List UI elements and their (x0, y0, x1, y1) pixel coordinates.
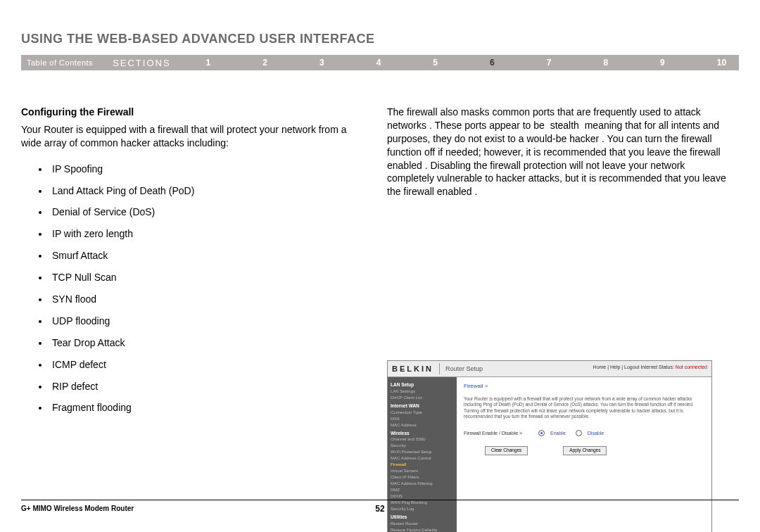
list-item: Tear Drop Attack (49, 336, 366, 350)
footer-product: G+ MIMO Wireless Modem Router (21, 505, 134, 512)
intro-paragraph: Your Router is equipped with a firewall … (21, 123, 366, 150)
page-footer: G+ MIMO Wireless Modem Router 52 (21, 500, 739, 512)
ss-side-item[interactable]: DNS (391, 416, 454, 422)
nav-section-6[interactable]: 6 (490, 58, 495, 68)
nav-section-4[interactable]: 4 (376, 58, 381, 68)
list-item: IP with zero length (49, 227, 366, 241)
nav-section-10[interactable]: 10 (717, 58, 726, 68)
ss-side-firewall[interactable]: Firewall (391, 462, 454, 468)
page-title: USING THE WEB-BASED ADVANCED USER INTERF… (21, 32, 739, 46)
list-item: Smurf Attack (49, 249, 366, 262)
list-item: UDP flooding (49, 315, 366, 328)
ss-side-item[interactable]: DHCP Client List (391, 395, 454, 401)
ss-status-text: Not connected (676, 365, 707, 369)
nav-sections-label: SECTIONS (113, 58, 170, 68)
ss-header-links: Home | Help | Logout Internet Status: No… (593, 364, 707, 370)
ss-side-item[interactable]: Restart Router (391, 521, 454, 527)
ss-radio-disable[interactable] (576, 430, 582, 436)
attack-list: IP Spoofing Land Attack Ping of Death (P… (21, 163, 366, 415)
ss-side-item[interactable]: Connection Type (391, 410, 454, 416)
right-column: The firewall also masks common ports tha… (387, 106, 732, 532)
ss-header: BELKIN Router Setup Home | Help | Logout… (388, 361, 711, 377)
nav-section-5[interactable]: 5 (433, 58, 438, 68)
section-nav-bar: Table of Contents SECTIONS 1 2 3 4 5 6 7… (21, 55, 739, 70)
list-item: ICMP defect (49, 358, 366, 372)
nav-section-2[interactable]: 2 (262, 58, 267, 68)
nav-section-9[interactable]: 9 (660, 58, 665, 68)
list-item: Denial of Service (DoS) (49, 205, 366, 219)
nav-section-8[interactable]: 8 (603, 58, 608, 68)
left-column: Configuring the Firewall Your Router is … (21, 106, 366, 532)
ss-side-item[interactable]: MAC Address Control (391, 455, 454, 462)
right-paragraph: The firewall also masks common ports tha… (387, 106, 732, 198)
list-item: RIP defect (49, 380, 366, 393)
ss-breadcrumb[interactable]: Firewall > (464, 383, 704, 391)
ss-side-item[interactable]: MAC Address Filtering (391, 481, 454, 487)
subheading: Configuring the Firewall (21, 106, 366, 119)
ss-subtitle: Router Setup (445, 365, 483, 373)
nav-toc-link[interactable]: Table of Contents (27, 58, 93, 67)
list-item: Land Attack Ping of Death (PoD) (49, 184, 366, 198)
ss-radio-enable[interactable] (538, 430, 545, 436)
nav-section-7[interactable]: 7 (547, 58, 552, 68)
ss-apply-button[interactable]: Apply Changes (563, 446, 607, 455)
ss-side-item[interactable]: Virtual Servers (391, 468, 454, 474)
list-item: Fragment flooding (49, 401, 366, 414)
ss-side-heading: Utilities (391, 514, 454, 521)
ss-row-label: Firewall Enable / Disable > (464, 430, 534, 436)
nav-section-3[interactable]: 3 (319, 58, 324, 68)
ss-description: Your Router is equipped with a firewall … (464, 396, 704, 420)
ss-side-item[interactable]: MAC Address (391, 422, 454, 429)
list-item: SYN flood (49, 293, 366, 306)
ss-side-item[interactable]: Restore Factory Defaults (391, 527, 454, 532)
ss-side-item[interactable]: LAN Settings (391, 388, 454, 395)
ss-side-heading: Wireless (391, 430, 454, 437)
list-item: IP Spoofing (49, 163, 366, 176)
ss-clear-button[interactable]: Clear Changes (485, 446, 528, 455)
ss-side-item[interactable]: Security (391, 443, 454, 449)
ss-side-item[interactable]: Channel and SSID (391, 436, 454, 443)
ss-brand-logo: BELKIN (392, 364, 433, 374)
footer-page-number: 52 (375, 504, 384, 514)
nav-section-1[interactable]: 1 (206, 58, 211, 68)
ss-side-heading: Internet WAN (391, 403, 454, 410)
list-item: TCP Null Scan (49, 271, 366, 284)
ss-firewall-toggle-row: Firewall Enable / Disable > Enable Disab… (464, 430, 704, 436)
ss-opt-disable[interactable]: Disable (588, 430, 604, 436)
ss-side-item[interactable]: DMZ (391, 487, 454, 493)
ss-side-heading: LAN Setup (391, 381, 454, 388)
ss-opt-enable[interactable]: Enable (550, 430, 566, 436)
ss-side-item[interactable]: Wi-Fi Protected Setup (391, 449, 454, 455)
ss-side-item[interactable]: Client IP Filters (391, 474, 454, 481)
